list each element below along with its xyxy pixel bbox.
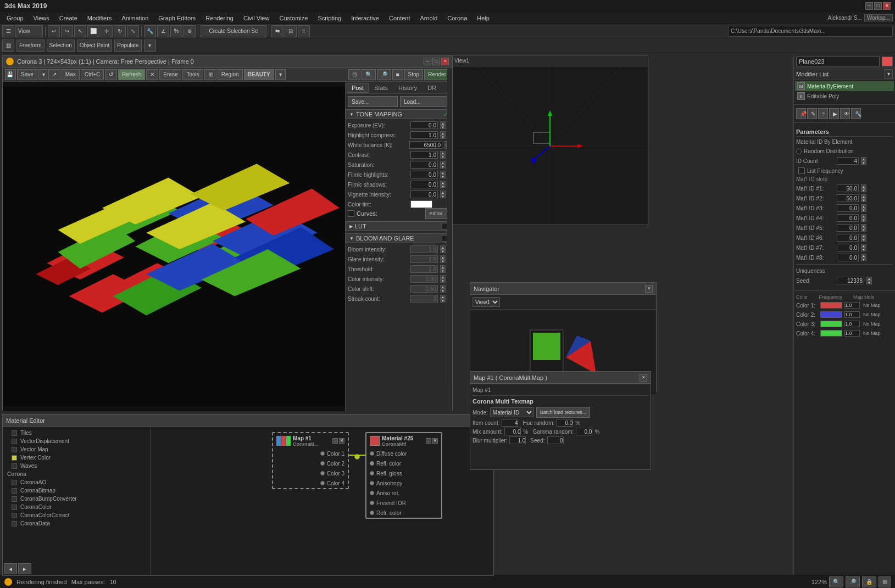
matl-id-7-spinner[interactable]: ▲▼: [861, 244, 866, 251]
color-1-swatch[interactable]: [820, 302, 842, 309]
render-erase-icon[interactable]: ✕: [146, 69, 158, 80]
color-3-swatch[interactable]: [820, 321, 842, 327]
filmic-sh-spinner[interactable]: ▲▼: [440, 181, 446, 188]
zoom-in-btn[interactable]: 🔍: [362, 69, 376, 80]
gamma-random-input[interactable]: [576, 428, 592, 435]
select-btn[interactable]: ↖: [74, 25, 86, 37]
list-vector-displacement[interactable]: VectorDisplacement: [3, 437, 151, 445]
color-shift-input[interactable]: [410, 285, 438, 293]
motion-btn[interactable]: ▶: [829, 108, 839, 119]
align-btn[interactable]: ⊟: [285, 25, 297, 37]
view-dropdown[interactable]: View: [15, 25, 43, 37]
color-2-freq[interactable]: [844, 311, 860, 318]
streak-count-input[interactable]: [410, 295, 438, 303]
modifier-editablepoly[interactable]: E Editable Poly: [795, 91, 894, 101]
ribbon-toggle[interactable]: ▥: [2, 40, 14, 52]
zoom-out-status[interactable]: 🔍: [829, 576, 843, 587]
filmic-hl-input[interactable]: [410, 171, 438, 178]
matl-id-1-input[interactable]: [837, 184, 859, 192]
zoom-fit-btn[interactable]: ⊡: [348, 69, 360, 80]
matl-id-2-input[interactable]: [837, 194, 859, 202]
menu-create[interactable]: Create: [55, 14, 82, 23]
selection-btn[interactable]: Selection: [47, 40, 75, 52]
pin-btn[interactable]: 📌: [796, 108, 806, 119]
matl-id-6-spinner[interactable]: ▲▼: [861, 234, 866, 242]
filmic-hl-spinner[interactable]: ▲▼: [440, 171, 446, 178]
matl-id-4-input[interactable]: [837, 214, 859, 222]
menu-content[interactable]: Content: [385, 14, 415, 23]
move-btn[interactable]: ✛: [101, 25, 113, 37]
modify-btn[interactable]: ✎: [807, 108, 817, 119]
color-3-freq[interactable]: [844, 321, 860, 327]
curves-checkbox[interactable]: [348, 210, 354, 217]
filmic-sh-input[interactable]: [410, 181, 438, 188]
map1-collapse-btn[interactable]: ─: [332, 438, 338, 444]
lock-btn-status[interactable]: 🔒: [862, 576, 876, 587]
matl-id-1-spinner[interactable]: ▲▼: [861, 184, 866, 192]
id-count-spinner[interactable]: ▲ ▼: [861, 157, 866, 165]
node-next-btn[interactable]: ►: [18, 563, 31, 574]
grid-btn-status[interactable]: ⊞: [879, 576, 891, 587]
mode-dropdown[interactable]: Material ID: [490, 407, 534, 417]
exposure-input[interactable]: [410, 121, 438, 129]
matl-id-4-spinner[interactable]: ▲▼: [861, 214, 866, 222]
mix-amount-input[interactable]: [504, 428, 521, 435]
map1-close-btn[interactable]: ✕: [339, 438, 344, 444]
side-panel-scrollbar[interactable]: [447, 82, 452, 386]
render-render-btn[interactable]: Render: [424, 69, 450, 80]
workspace-label[interactable]: Worksp...: [864, 14, 893, 21]
bloom-glare-header[interactable]: ▼ BLOOM AND GLARE: [346, 233, 452, 243]
menu-graph-editors[interactable]: Graph Editors: [154, 14, 200, 23]
streak-count-spinner[interactable]: ▲▼: [440, 295, 446, 303]
maximize-button[interactable]: □: [874, 2, 882, 10]
menu-corona[interactable]: Corona: [443, 14, 471, 23]
render-save-icon-btn[interactable]: 💾: [5, 69, 16, 80]
render-maximize-btn[interactable]: □: [432, 58, 440, 65]
lut-header[interactable]: ▶ LUT: [346, 221, 452, 231]
random-dist-radio[interactable]: [796, 149, 802, 154]
color-shift-spinner[interactable]: ▲▼: [440, 285, 446, 293]
render-dropdown-btn[interactable]: ▾: [38, 69, 47, 80]
render-refresh-icon[interactable]: ↺: [105, 69, 117, 80]
contrast-spinner[interactable]: ▲▼: [440, 151, 446, 159]
modifier-list-dropdown[interactable]: ▾: [885, 69, 893, 79]
matl-id-8-spinner[interactable]: ▲▼: [861, 254, 866, 261]
percent-snap[interactable]: %: [170, 25, 182, 37]
menu-help[interactable]: Help: [472, 14, 494, 23]
menu-arnold[interactable]: Arnold: [415, 14, 442, 23]
zoom-in-status[interactable]: 🔎: [846, 576, 860, 587]
render-max-btn[interactable]: ↗: [48, 69, 60, 80]
rotate-btn[interactable]: ↻: [114, 25, 126, 37]
item-count-input[interactable]: [502, 419, 518, 427]
list-coronaBumpConverter[interactable]: CoronaBumpConverter: [3, 495, 151, 503]
tab-stats[interactable]: Stats: [369, 83, 393, 93]
vignette-input[interactable]: [410, 191, 438, 198]
contrast-input[interactable]: [410, 151, 438, 159]
minimize-button[interactable]: ─: [865, 2, 873, 10]
saturation-spinner[interactable]: ▲▼: [440, 161, 446, 169]
navigator-view-dropdown[interactable]: View1: [472, 297, 500, 307]
hue-random-input[interactable]: [557, 419, 573, 427]
menu-animation[interactable]: Animation: [117, 14, 153, 23]
snap-toggle[interactable]: 🔧: [144, 25, 156, 37]
matl-id-5-spinner[interactable]: ▲▼: [861, 224, 866, 232]
populate-dropdown[interactable]: ▾: [144, 40, 156, 52]
menu-views[interactable]: Views: [29, 14, 54, 23]
menu-interactive[interactable]: Interactive: [347, 14, 383, 23]
close-button[interactable]: ✕: [883, 2, 891, 10]
matl-id-7-input[interactable]: [837, 244, 859, 251]
modifier-materialbyelement[interactable]: M MaterialByElement: [795, 81, 894, 91]
menu-civil-view[interactable]: Civil View: [239, 14, 274, 23]
render-save-btn[interactable]: Save: [17, 69, 37, 80]
color-4-freq[interactable]: [844, 330, 860, 337]
bloom-intensity-input[interactable]: [410, 245, 438, 253]
object-paint-btn[interactable]: Object Paint: [77, 40, 112, 52]
highlight-input[interactable]: [410, 131, 438, 139]
material25-close-btn[interactable]: ✕: [432, 438, 438, 444]
render-max-label[interactable]: Max: [62, 69, 80, 80]
hierarchy-btn[interactable]: ≡: [818, 108, 828, 119]
seed-input-map[interactable]: [547, 436, 564, 444]
list-freq-checkbox[interactable]: [798, 167, 805, 174]
seed-input[interactable]: [837, 277, 864, 284]
select-region-btn[interactable]: ⬜: [87, 25, 99, 37]
